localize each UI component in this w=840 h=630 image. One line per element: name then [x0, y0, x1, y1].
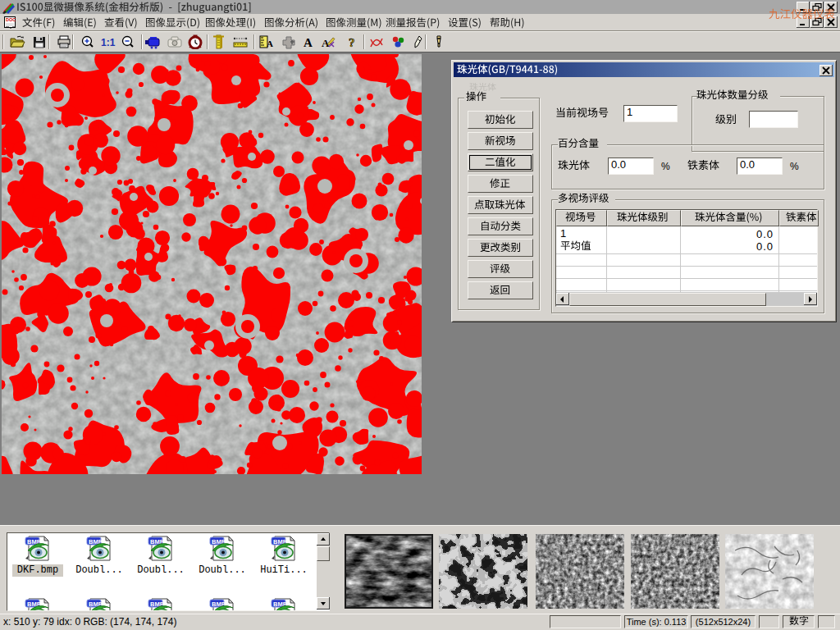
svg-text:A: A	[267, 39, 273, 48]
svg-text:A: A	[304, 36, 313, 49]
svg-text:?: ?	[349, 36, 355, 49]
svg-text:1:1: 1:1	[101, 37, 116, 48]
svg-text:DOC: DOC	[6, 17, 16, 22]
